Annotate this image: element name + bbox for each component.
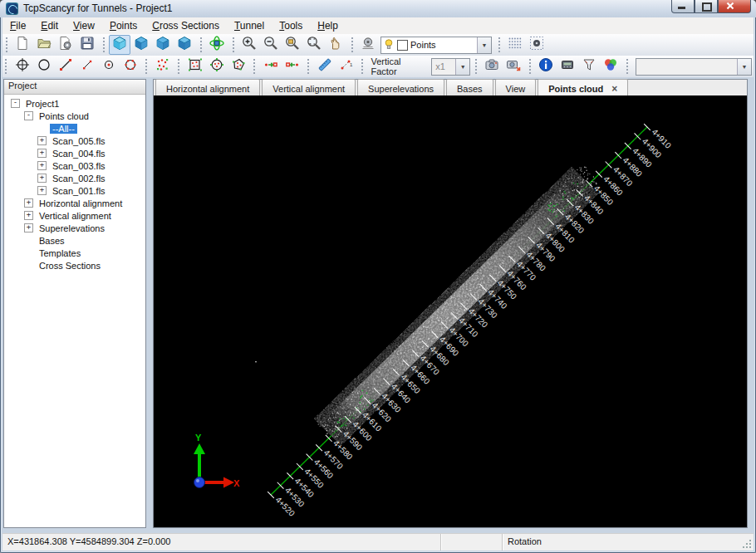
expand-icon[interactable]: + (24, 211, 33, 220)
draw-circle-points-button[interactable] (120, 56, 141, 76)
zoom-window-button[interactable] (282, 35, 303, 55)
new-file-button[interactable] (12, 35, 33, 55)
toolbar-grip[interactable] (4, 37, 8, 52)
tab-points-cloud[interactable]: Points cloud× (538, 79, 628, 95)
expand-icon[interactable]: + (37, 186, 47, 195)
tab-horizontal-alignment[interactable]: Horizontal alignment (155, 79, 260, 95)
tree-item-horizontal-alignment[interactable]: +Horizontal alignment (4, 197, 145, 209)
point-import-button[interactable] (282, 56, 303, 76)
open-project-button[interactable] (33, 35, 55, 55)
point-export-button[interactable] (260, 56, 282, 76)
draw-point-circle-button[interactable] (98, 56, 120, 76)
tree-item-superelevations[interactable]: +Superelevations (4, 222, 145, 234)
tree-item-vertical-alignment[interactable]: +Vertical alignment (4, 209, 145, 222)
snapshot-button[interactable] (481, 56, 503, 76)
menu-edit[interactable]: Edit (33, 18, 66, 33)
view-iso-2-button[interactable] (152, 35, 174, 55)
tab-bases[interactable]: Bases (446, 79, 493, 95)
project-settings-button[interactable] (55, 35, 76, 55)
scatter-points-button[interactable] (152, 56, 174, 76)
tree-item-scan-004-fls[interactable]: +Scan_004.fls (4, 147, 145, 159)
toolbar-grip[interactable] (101, 37, 106, 52)
display-calc-button[interactable] (557, 56, 578, 76)
tree-item-scan-005-fls[interactable]: +Scan_005.fls (4, 135, 145, 147)
toolbar-grip[interactable] (231, 37, 235, 52)
chevron-down-icon[interactable]: ▼ (455, 59, 469, 75)
info-button[interactable] (535, 56, 557, 76)
menu-points[interactable]: Points (102, 18, 145, 33)
render-settings-button[interactable] (357, 35, 379, 55)
expand-icon[interactable]: + (24, 198, 33, 208)
view-cube-button[interactable] (109, 35, 130, 55)
resize-grip[interactable] (742, 539, 752, 549)
toolbar-grip[interactable] (528, 59, 532, 74)
toolbar-grip[interactable] (4, 59, 8, 74)
tree-item-templates[interactable]: Templates (4, 247, 145, 259)
menu-tunnel[interactable]: Tunnel (227, 18, 272, 33)
filter-button[interactable] (578, 56, 600, 76)
collapse-icon[interactable]: - (11, 99, 20, 108)
save-project-button[interactable] (76, 35, 98, 55)
toolbar-grip[interactable] (361, 59, 365, 74)
tree-item-bases[interactable]: Bases (4, 234, 145, 247)
expand-icon[interactable]: + (37, 161, 47, 170)
menu-file[interactable]: File (2, 18, 33, 33)
vertical-factor-combo[interactable]: x1▼ (431, 58, 470, 76)
layer-combo[interactable]: Points▼ (380, 37, 492, 54)
profile-combo[interactable]: ▼ (636, 58, 752, 76)
expand-icon[interactable]: + (24, 223, 33, 232)
tree-item-scan-003-fls[interactable]: +Scan_003.fls (4, 159, 145, 172)
display-settings-button[interactable] (526, 35, 547, 55)
collapse-icon[interactable]: - (24, 111, 33, 120)
orbit-button[interactable] (206, 35, 228, 55)
maximize-button[interactable] (695, 0, 718, 13)
title-bar[interactable]: TcpScancyr for Tunnels - Project1 (0, 0, 756, 17)
expand-icon[interactable]: + (37, 149, 47, 158)
tree-item-project1[interactable]: -Project1 (4, 97, 145, 110)
menu-cross-sections[interactable]: Cross Sections (145, 18, 227, 33)
view-iso-1-button[interactable] (130, 35, 152, 55)
pan-button[interactable] (325, 35, 346, 55)
measure-button[interactable] (314, 56, 336, 76)
tree-item-points-cloud[interactable]: -Points cloud (4, 110, 145, 122)
point-display-button[interactable] (504, 35, 526, 55)
draw-segment-button[interactable] (76, 56, 98, 76)
toolbar-grip[interactable] (497, 37, 501, 52)
tree-item-cross-sections[interactable]: Cross Sections (4, 259, 145, 272)
select-circle-points-button[interactable] (206, 56, 228, 76)
toolbar-grip[interactable] (253, 59, 257, 74)
menu-view[interactable]: View (66, 18, 102, 33)
tab-close-icon[interactable]: × (611, 85, 617, 93)
snapshot-save-button[interactable] (503, 56, 524, 76)
zoom-extents-button[interactable] (303, 35, 325, 55)
close-button[interactable] (718, 0, 751, 13)
chevron-down-icon[interactable]: ▼ (477, 37, 491, 53)
tab-vertical-alignment[interactable]: Vertical alignment (262, 79, 356, 95)
colors-button[interactable] (600, 56, 621, 76)
draw-line-button[interactable] (55, 56, 76, 76)
toolbar-grip[interactable] (625, 59, 629, 74)
zoom-in-button[interactable] (238, 35, 260, 55)
dimension-button[interactable]: 1 (336, 56, 357, 76)
toolbar-grip[interactable] (199, 37, 203, 52)
points-cloud-canvas[interactable]: 4+5204+5304+5404+5504+5604+5704+5804+590… (154, 95, 747, 527)
tree-item-scan-002-fls[interactable]: +Scan_002.fls (4, 172, 145, 184)
tree-item-scan-001-fls[interactable]: +Scan_001.fls (4, 184, 145, 197)
view-iso-3-button[interactable] (174, 35, 195, 55)
tab-view[interactable]: View (495, 79, 537, 95)
menu-tools[interactable]: Tools (272, 18, 310, 33)
menu-help[interactable]: Help (310, 18, 346, 33)
toolbar-grip[interactable] (177, 59, 181, 74)
toolbar-grip[interactable] (474, 59, 478, 74)
toolbar-grip[interactable] (145, 59, 149, 74)
toolbar-grip[interactable] (307, 59, 311, 74)
draw-circle-button[interactable] (33, 56, 55, 76)
minimize-button[interactable] (671, 0, 695, 13)
chevron-down-icon[interactable]: ▼ (737, 59, 751, 75)
expand-icon[interactable]: + (37, 136, 47, 145)
tab-superelevations[interactable]: Superelevations (357, 79, 444, 95)
toolbar-grip[interactable] (350, 37, 354, 52)
expand-icon[interactable]: + (37, 174, 47, 183)
select-rect-points-button[interactable] (184, 56, 206, 76)
select-poly-points-button[interactable] (228, 56, 249, 76)
